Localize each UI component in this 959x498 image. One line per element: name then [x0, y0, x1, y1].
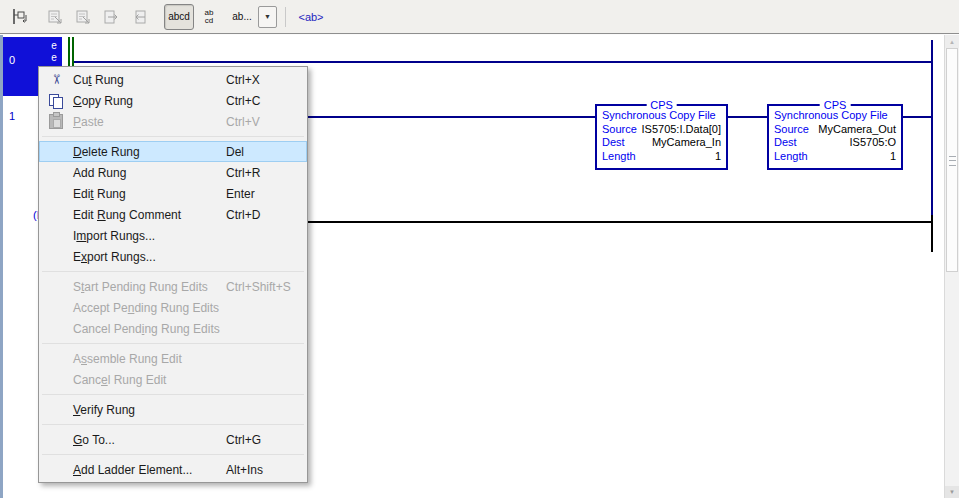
label-post: semble Rung Edit: [87, 352, 182, 366]
menu-item-import-rungs[interactable]: Import Rungs...: [39, 225, 307, 246]
menu-separator: [39, 390, 307, 399]
left-power-rail: [68, 37, 70, 67]
page-arrow-left-icon: [129, 7, 149, 27]
label-post: Rung: [94, 187, 126, 201]
operand-value[interactable]: IS5705:I.Data[0]: [642, 123, 722, 137]
export-rungs-button[interactable]: [126, 4, 152, 30]
menu-separator: [39, 450, 307, 459]
menu-item-shortcut: Ctrl+V: [226, 115, 307, 129]
menu-item-add-rung[interactable]: Add Rung Ctrl+R: [39, 162, 307, 183]
menu-item-assemble-rung-edit: Assemble Rung Edit: [39, 348, 307, 369]
rung-0-wire: [74, 61, 932, 63]
ladder-rung-button[interactable]: [7, 4, 33, 30]
operand-row: Length 1: [602, 150, 721, 164]
menu-item-label: Import Rungs...: [73, 229, 226, 243]
menu-item-edit-rung-comment[interactable]: Edit Rung Comment Ctrl+D: [39, 204, 307, 225]
label-key: G: [73, 433, 82, 447]
toolbar: abcd ab cd ab... ▼ <ab>: [0, 0, 959, 33]
edit-mark: e: [49, 40, 59, 52]
label-pre: Cancel Pend: [73, 322, 142, 336]
menu-item-shortcut: Ctrl+Shift+S: [226, 280, 307, 294]
arrow-down-icon: ▼: [949, 489, 955, 495]
menu-item-label: Verify Rung: [73, 403, 226, 417]
operand-value[interactable]: MyCamera_In: [652, 136, 721, 150]
operand-row: Dest MyCamera_In: [602, 136, 721, 150]
menu-item-edit-rung[interactable]: Edit Rung Enter: [39, 183, 307, 204]
ab-ellipsis-label: ab...: [232, 11, 251, 22]
label-post: opy Rung: [82, 94, 133, 108]
menu-item-label: Go To...: [73, 433, 226, 447]
accept-pending-edits-button[interactable]: [70, 4, 96, 30]
menu-separator: [39, 132, 307, 141]
cps-instruction-1[interactable]: CPS Synchronous Copy File Source IS5705:…: [595, 104, 728, 170]
label-pre: Edi: [73, 187, 90, 201]
label-pre: Canc: [73, 373, 101, 387]
description-options-dropdown[interactable]: ▼: [258, 6, 277, 28]
operand-label: Source: [602, 123, 637, 137]
menu-item-start-pending-rung-edits: Start Pending Rung Edits Ctrl+Shift+S: [39, 276, 307, 297]
ladder-rung-icon: [10, 7, 30, 27]
menu-item-copy-rung[interactable]: Copy Rung Ctrl+C: [39, 90, 307, 111]
menu-item-label: Cancel Pending Rung Edits: [73, 322, 226, 336]
show-tagname-button[interactable]: <ab>: [294, 4, 328, 30]
menu-separator: [39, 339, 307, 348]
menu-item-label: Edit Rung Comment: [73, 208, 226, 222]
operand-label: Source: [774, 123, 809, 137]
label-post: ng Rung Edits: [144, 322, 219, 336]
cd-bottom-text: cd: [205, 17, 213, 25]
label-post: elete Rung: [82, 145, 140, 159]
menu-item-label: Add Ladder Element...: [73, 463, 226, 477]
wrap-description-button[interactable]: ab cd: [198, 4, 220, 30]
rung-context-menu: ✂ Cut Rung Ctrl+X Copy Rung Ctrl+C Paste…: [38, 66, 308, 483]
operand-value[interactable]: IS5705:O: [850, 136, 896, 150]
menu-item-label: Assemble Rung Edit: [73, 352, 226, 366]
chevron-down-icon: ▼: [264, 13, 271, 20]
scrollbar-down-button[interactable]: ▼: [945, 486, 959, 498]
operand-row: Source IS5705:I.Data[0]: [602, 123, 721, 137]
label-post: Rung: [92, 73, 124, 87]
menu-item-verify-rung[interactable]: Verify Rung: [39, 399, 307, 420]
menu-item-shortcut: Ctrl+C: [226, 94, 307, 108]
page-arrow-right-icon: [101, 7, 121, 27]
operand-value[interactable]: 1: [715, 150, 721, 164]
menu-item-shortcut: Ctrl+R: [226, 166, 307, 180]
operand-value[interactable]: 1: [890, 150, 896, 164]
import-rungs-button[interactable]: [98, 4, 124, 30]
stamp-arrow-icon: [45, 7, 65, 27]
truncate-description-button[interactable]: ab...: [228, 4, 256, 30]
operand-row: Source MyCamera_Out: [774, 123, 896, 137]
tagname-button-label: <ab>: [298, 11, 323, 23]
label-pre: A: [73, 352, 81, 366]
rung-1-number[interactable]: 1: [9, 110, 15, 122]
label-post: l Rung Edit: [108, 373, 167, 387]
ladder-editor-window: abcd ab cd ab... ▼ <ab> 0 e e 1 (End): [0, 0, 959, 498]
label-pre: E: [73, 250, 81, 264]
label-post: art Pending Rung Edits: [84, 280, 207, 294]
label-key: A: [73, 463, 81, 477]
label-key: R: [97, 208, 106, 222]
menu-item-add-ladder-element[interactable]: Add Ladder Element... Alt+Ins: [39, 459, 307, 480]
menu-item-cut-rung[interactable]: ✂ Cut Rung Ctrl+X: [39, 69, 307, 90]
cps-instruction-2[interactable]: CPS Synchronous Copy File Source MyCamer…: [767, 104, 903, 170]
menu-item-label: Delete Rung: [73, 145, 226, 159]
label-post: ding Rung Edits: [134, 301, 219, 315]
label-pre: Cu: [73, 73, 88, 87]
menu-item-go-to[interactable]: Go To... Ctrl+G: [39, 429, 307, 450]
menu-item-label: Add Rung: [73, 166, 226, 180]
arrow-up-icon: ▲: [949, 39, 955, 45]
label-pre: S: [73, 280, 81, 294]
menu-item-export-rungs[interactable]: Export Rungs...: [39, 246, 307, 267]
rung-0-number[interactable]: 0: [9, 54, 15, 66]
menu-item-label: Export Rungs...: [73, 250, 226, 264]
menu-item-delete-rung[interactable]: Delete Rung Del: [39, 141, 307, 162]
label-post: port Rungs...: [86, 229, 155, 243]
show-description-abcd-button[interactable]: abcd: [164, 4, 194, 30]
scrollbar-up-button[interactable]: ▲: [945, 35, 959, 48]
start-pending-edits-button[interactable]: [42, 4, 68, 30]
operand-row: Length 1: [774, 150, 896, 164]
label-post: erify Rung: [80, 403, 135, 417]
right-power-rail: [931, 40, 933, 215]
instruction-mnemonic: CPS: [646, 99, 677, 111]
operand-value[interactable]: MyCamera_Out: [818, 123, 896, 137]
label-post: ung Comment: [106, 208, 181, 222]
